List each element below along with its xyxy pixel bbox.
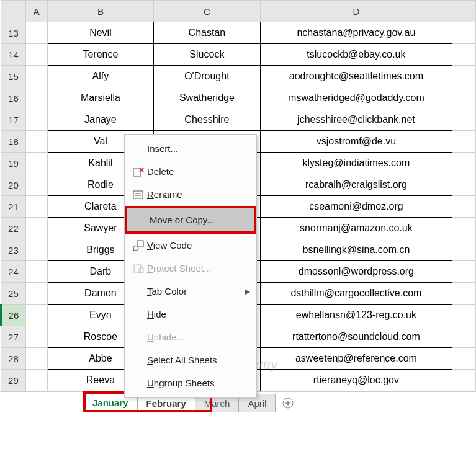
cell[interactable]	[452, 22, 476, 44]
row-header[interactable]: 22	[1, 218, 26, 239]
row-header[interactable]: 27	[1, 326, 26, 348]
row-header[interactable]: 25	[1, 283, 26, 305]
table-row: 14TerenceSlucocktslucockb@ebay.co.uk	[1, 44, 476, 66]
col-header-a[interactable]: A	[25, 1, 47, 22]
menu-move-or-copy[interactable]: Move or Copy...	[127, 208, 254, 231]
cell[interactable]: Slucock	[154, 44, 261, 66]
cell[interactable]: snormanj@amazon.co.uk	[260, 218, 452, 239]
cell[interactable]	[452, 370, 476, 391]
cell[interactable]: Nevil	[47, 22, 153, 44]
cell[interactable]: Swatheridge	[154, 87, 261, 109]
cell[interactable]	[452, 283, 476, 305]
cell[interactable]	[25, 370, 47, 391]
cell[interactable]: Chesshire	[154, 109, 261, 131]
cell[interactable]: nchastana@privacy.gov.au	[260, 22, 452, 44]
cell[interactable]	[25, 87, 47, 109]
cell[interactable]	[452, 44, 476, 66]
cell[interactable]	[25, 174, 47, 196]
cell[interactable]	[452, 131, 476, 153]
cell[interactable]: rcabralh@craigslist.org	[260, 174, 452, 196]
row-header[interactable]: 17	[1, 109, 26, 131]
cell[interactable]: O'Drought	[154, 66, 261, 87]
menu-protect-sheet: Protect Sheet...	[125, 257, 256, 280]
cell[interactable]	[452, 218, 476, 239]
cell[interactable]: aodroughtc@seattletimes.com	[260, 66, 452, 87]
row-header[interactable]: 20	[1, 174, 26, 196]
cell[interactable]: cseamoni@dmoz.org	[260, 196, 452, 218]
cell[interactable]	[452, 326, 476, 348]
col-header-b[interactable]: B	[47, 1, 153, 22]
row-header[interactable]: 23	[1, 239, 26, 261]
row-header[interactable]: 19	[1, 153, 26, 174]
menu-hide[interactable]: Hide	[125, 303, 256, 326]
cell[interactable]: rtieraneyq@loc.gov	[260, 370, 452, 391]
cell[interactable]	[25, 22, 47, 44]
cell[interactable]: Chastan	[154, 22, 261, 44]
svg-line-8	[133, 250, 134, 251]
cell[interactable]: vsjostromf@de.vu	[260, 131, 452, 153]
cell[interactable]	[452, 261, 476, 283]
col-header-e[interactable]	[452, 1, 476, 22]
cell[interactable]: Marsiella	[47, 87, 153, 109]
cell[interactable]: Alfy	[47, 66, 153, 87]
menu-delete[interactable]: Delete	[125, 160, 256, 183]
cell[interactable]: tslucockb@ebay.co.uk	[260, 44, 452, 66]
row-header[interactable]: 26	[1, 305, 26, 326]
menu-hide-label: Hide	[147, 309, 250, 319]
row-header[interactable]: 24	[1, 261, 26, 283]
row-header[interactable]: 18	[1, 131, 26, 153]
cell[interactable]	[25, 305, 47, 326]
cell[interactable]	[25, 66, 47, 87]
cell[interactable]: dsthillm@cargocollective.com	[260, 283, 452, 305]
menu-tab-color[interactable]: Tab Color ▶	[125, 280, 256, 303]
cell[interactable]	[25, 326, 47, 348]
new-sheet-button[interactable]	[279, 394, 297, 412]
cell[interactable]	[25, 261, 47, 283]
cell[interactable]: bsnellingk@sina.com.cn	[260, 239, 452, 261]
cell[interactable]: ewhellansn@123-reg.co.uk	[260, 305, 452, 326]
row-header[interactable]: 28	[1, 348, 26, 370]
cell[interactable]	[452, 87, 476, 109]
cell[interactable]: klysteg@indiatimes.com	[260, 153, 452, 174]
cell[interactable]	[25, 44, 47, 66]
cell[interactable]	[452, 305, 476, 326]
cell[interactable]: asweetenp@reference.com	[260, 348, 452, 370]
cell[interactable]	[452, 66, 476, 87]
cell[interactable]	[25, 109, 47, 131]
cell[interactable]	[25, 131, 47, 153]
cell[interactable]	[452, 109, 476, 131]
cell[interactable]	[25, 153, 47, 174]
cell[interactable]	[25, 283, 47, 305]
cell[interactable]: mswatheridged@godaddy.com	[260, 87, 452, 109]
cell[interactable]	[452, 239, 476, 261]
cell[interactable]: Terence	[47, 44, 153, 66]
menu-rename[interactable]: Rename	[125, 183, 256, 206]
menu-view-code[interactable]: View Code	[125, 234, 256, 257]
row-header[interactable]: 13	[1, 22, 26, 44]
cell[interactable]: jchesshiree@clickbank.net	[260, 109, 452, 131]
row-header[interactable]: 16	[1, 87, 26, 109]
cell[interactable]	[25, 218, 47, 239]
cell[interactable]: Janaye	[47, 109, 153, 131]
row-header[interactable]: 15	[1, 66, 26, 87]
cell[interactable]: rtattertono@soundcloud.com	[260, 326, 452, 348]
menu-select-all-sheets[interactable]: Select All Sheets	[125, 349, 256, 371]
row-header[interactable]: 29	[1, 370, 26, 391]
menu-tab-color-label: Tab Color	[147, 286, 245, 296]
cell[interactable]	[452, 174, 476, 196]
menu-insert[interactable]: Insert...	[125, 137, 256, 160]
cell[interactable]	[452, 348, 476, 370]
cell[interactable]	[25, 196, 47, 218]
col-header-d[interactable]: D	[260, 1, 452, 22]
chevron-right-icon: ▶	[245, 287, 250, 296]
cell[interactable]	[452, 153, 476, 174]
cell[interactable]	[452, 196, 476, 218]
menu-ungroup-sheets[interactable]: Ungroup Sheets	[125, 371, 256, 394]
cell[interactable]	[25, 348, 47, 370]
row-header[interactable]: 14	[1, 44, 26, 66]
select-all-corner[interactable]	[1, 1, 26, 22]
row-header[interactable]: 21	[1, 196, 26, 218]
cell[interactable]: dmossonl@wordpress.org	[260, 261, 452, 283]
cell[interactable]	[25, 239, 47, 261]
col-header-c[interactable]: C	[154, 1, 261, 22]
